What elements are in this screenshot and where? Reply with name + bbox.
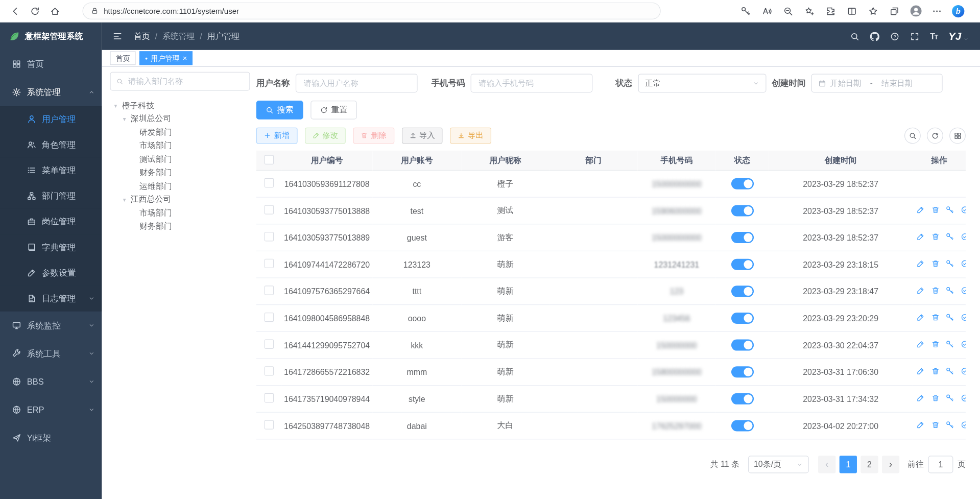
export-button[interactable]: 导出 [450,128,491,144]
reset-button[interactable]: 重置 [310,101,357,120]
row-checkbox[interactable] [264,313,273,322]
phone-input[interactable] [477,78,586,88]
assign-role-icon[interactable] [961,206,966,216]
sidebar-item-users[interactable]: 用户管理 [0,106,102,132]
tree-node[interactable]: 财务部门 [110,220,250,233]
copilot-icon[interactable]: b [951,4,965,18]
tree-node[interactable]: 研发部门 [110,126,250,139]
sidebar-item-posts[interactable]: 岗位管理 [0,209,102,234]
assign-role-icon[interactable] [961,232,966,243]
reset-password-icon[interactable] [946,259,954,270]
username-input[interactable] [302,78,411,88]
breadcrumb-home[interactable]: 首页 [134,31,150,42]
reset-password-icon[interactable] [946,340,954,350]
row-checkbox[interactable] [264,178,273,187]
delete-row-icon[interactable] [931,206,940,216]
row-checkbox[interactable] [264,259,273,268]
sidebar-item-tools[interactable]: 系统工具 [0,340,102,368]
search-button[interactable]: 搜索 [256,101,303,120]
url-text[interactable]: https://ccnetcore.com:1101/system/user [104,7,239,15]
tree-node[interactable]: 市场部门 [110,206,250,220]
assign-role-icon[interactable] [961,394,966,404]
reset-password-icon[interactable] [946,232,954,243]
tree-node[interactable]: 运维部门 [110,179,250,193]
sidebar-item-yi-framework[interactable]: Yi框架 [0,424,102,452]
reset-password-icon[interactable] [946,421,954,431]
close-tag-icon[interactable]: × [183,54,187,62]
delete-row-icon[interactable] [931,259,940,270]
favorites-add-icon[interactable] [802,4,816,18]
header-search-icon[interactable] [850,32,859,41]
favorites-bar-icon[interactable] [866,4,880,18]
assign-role-icon[interactable] [961,313,966,323]
password-key-icon[interactable] [739,4,753,18]
page-size-select[interactable]: 10条/页 [748,456,809,473]
sidebar-item-dictionary[interactable]: 字典管理 [0,234,102,260]
collapse-sidebar-icon[interactable] [112,31,123,41]
reset-password-icon[interactable] [946,206,954,216]
sidebar-item-monitor[interactable]: 系统监控 [0,312,102,340]
edit-row-icon[interactable] [916,394,925,404]
sidebar-item-bbs[interactable]: BBS [0,368,102,396]
modify-button[interactable]: 修改 [305,128,346,144]
reset-password-icon[interactable] [946,286,954,296]
edit-row-icon[interactable] [916,232,925,243]
reset-password-icon[interactable] [946,313,954,323]
sidebar-item-departments[interactable]: 部门管理 [0,183,102,209]
status-toggle[interactable] [731,393,753,405]
sidebar-item-parameters[interactable]: 参数设置 [0,260,102,286]
row-checkbox[interactable] [264,393,273,402]
start-date-placeholder[interactable]: 开始日期 [830,78,861,88]
row-checkbox[interactable] [264,340,273,349]
tree-node[interactable]: ▾深圳总公司 [110,112,250,126]
tree-node[interactable]: 财务部门 [110,166,250,179]
next-page-button[interactable]: › [882,456,899,473]
edit-row-icon[interactable] [916,367,925,377]
assign-role-icon[interactable] [961,286,966,296]
caret-down-icon[interactable]: ▾ [112,102,118,109]
delete-row-icon[interactable] [931,421,940,431]
edit-row-icon[interactable] [916,286,925,296]
read-aloud-icon[interactable] [760,4,774,18]
end-date-placeholder[interactable]: 结束日期 [881,78,913,88]
sidebar-item-erp[interactable]: ERP [0,396,102,424]
tree-node[interactable]: ▾江西总公司 [110,193,250,206]
sidebar-item-system[interactable]: 系统管理 [0,78,102,106]
tree-node[interactable]: 测试部门 [110,153,250,166]
import-button[interactable]: 导入 [401,128,442,144]
more-options-icon[interactable] [930,4,944,18]
sidebar-item-home[interactable]: 首页 [0,50,102,78]
delete-row-icon[interactable] [931,367,940,377]
status-toggle[interactable] [731,205,753,216]
sidebar-item-logs[interactable]: 日志管理 [0,286,102,311]
status-select[interactable]: 正常 [638,74,767,92]
status-toggle[interactable] [731,340,753,351]
help-icon[interactable] [890,32,899,41]
prev-page-button[interactable]: ‹ [818,456,835,473]
assign-role-icon[interactable] [961,340,966,350]
assign-role-icon[interactable] [961,367,966,377]
tag-user-management[interactable]: ● 用户管理 × [139,51,193,65]
zoom-out-icon[interactable] [781,4,795,18]
status-toggle[interactable] [731,232,753,243]
status-toggle[interactable] [731,178,753,189]
split-screen-icon[interactable] [845,4,859,18]
sidebar-item-roles[interactable]: 角色管理 [0,132,102,157]
column-settings-button[interactable] [949,128,966,144]
font-size-icon[interactable]: TT [930,32,938,41]
breadcrumb-system[interactable]: 系统管理 [162,31,195,42]
edit-row-icon[interactable] [916,313,925,323]
extensions-icon[interactable] [824,4,838,18]
browser-refresh-icon[interactable] [26,2,43,19]
delete-row-icon[interactable] [931,340,940,350]
user-avatar[interactable]: YJ [948,31,969,42]
edit-row-icon[interactable] [916,340,925,350]
browser-home-icon[interactable] [46,2,64,19]
delete-button[interactable]: 删除 [353,128,394,144]
status-toggle[interactable] [731,259,753,270]
toggle-search-button[interactable] [904,128,921,144]
status-toggle[interactable] [731,420,753,431]
delete-row-icon[interactable] [931,286,940,296]
row-checkbox[interactable] [264,366,273,375]
delete-row-icon[interactable] [931,394,940,404]
